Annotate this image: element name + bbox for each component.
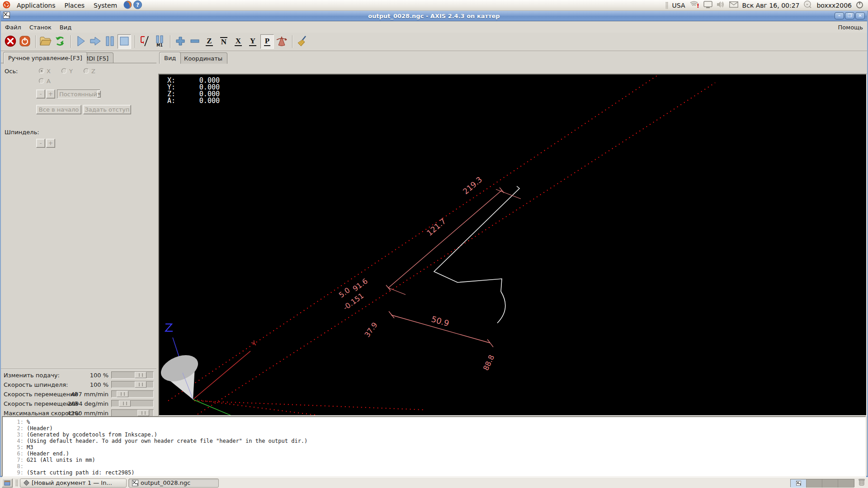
slider[interactable] xyxy=(111,409,154,417)
close-button[interactable]: ✕ xyxy=(855,12,865,19)
distro-logo-icon[interactable] xyxy=(3,1,10,10)
gl-canvas[interactable]: X:0.000 Y:0.000 Z:0.000 A:0.000 Y xyxy=(158,74,867,416)
rotate-button[interactable] xyxy=(275,34,288,49)
slider[interactable] xyxy=(111,390,154,398)
rotate-icon xyxy=(276,35,288,48)
pause-button[interactable] xyxy=(103,34,117,49)
slider-thumb[interactable] xyxy=(135,372,146,378)
task-axis[interactable]: output_0028.ngc xyxy=(128,479,219,488)
gcode-line[interactable]: 3:(Generated by gcodetools from Inkscape… xyxy=(3,432,865,438)
workspace-axis-icon xyxy=(796,481,801,486)
help-launcher-icon[interactable]: ? xyxy=(133,0,142,10)
workspace-3[interactable] xyxy=(822,479,838,488)
workspace-1[interactable] xyxy=(791,479,807,488)
view-z-button[interactable]: Z xyxy=(203,34,216,49)
preview-area: X:0.000 Y:0.000 Z:0.000 A:0.000 Y xyxy=(158,63,867,416)
task-inkscape[interactable]: [Новый документ 1 — In... xyxy=(20,479,127,488)
clock[interactable]: Вск Авг 16, 00:27 xyxy=(742,2,800,9)
step-button[interactable] xyxy=(89,34,102,49)
clear-plot-button[interactable] xyxy=(296,34,309,49)
radio-axis-z[interactable] xyxy=(84,68,89,75)
places-menu[interactable]: Places xyxy=(60,0,90,11)
view-y-button[interactable]: Y xyxy=(246,34,259,49)
tab-view[interactable]: Вид xyxy=(159,52,181,64)
y-axis-label: Y xyxy=(250,339,259,348)
slider-thumb[interactable] xyxy=(135,381,146,388)
applications-menu[interactable]: Applications xyxy=(12,0,60,11)
stop-icon xyxy=(119,36,129,47)
workspace-2[interactable] xyxy=(807,479,822,488)
touch-off-button[interactable]: Задать отступ xyxy=(83,105,131,114)
slider[interactable] xyxy=(111,371,154,379)
home-all-button[interactable]: Все в начало xyxy=(36,105,81,114)
tab-manual-control[interactable]: Ручное управление-[F3] xyxy=(3,52,87,64)
zoom-out-button[interactable] xyxy=(188,34,202,49)
radio-axis-y[interactable] xyxy=(61,68,67,75)
workspace-4[interactable] xyxy=(838,479,854,488)
jog-mode-dropdown[interactable]: Постоянный ▼ xyxy=(57,89,100,99)
jog-speed-value: 407 mm/min xyxy=(71,391,108,398)
username[interactable]: boxxx2006 xyxy=(816,2,852,9)
angular-jog-speed-row: Скорость перемещений 2094 deg/min xyxy=(1,399,156,408)
run-button[interactable] xyxy=(74,34,88,49)
mail-icon[interactable] xyxy=(729,1,738,9)
machine-power-button[interactable] xyxy=(18,34,32,49)
network-warning-icon[interactable]: ! xyxy=(689,0,699,10)
taskbar-drag-handle[interactable] xyxy=(15,479,18,487)
reload-button[interactable] xyxy=(53,34,67,49)
minimize-button[interactable]: – xyxy=(835,12,844,19)
slider-thumb[interactable] xyxy=(119,400,131,407)
stop-button[interactable] xyxy=(118,34,131,49)
window-titlebar[interactable]: output_0028.ngc - AXIS 2.4.3 on каттер –… xyxy=(1,11,867,21)
gcode-line[interactable]: 6:(Header end.) xyxy=(3,450,865,457)
view-z2-button[interactable]: N xyxy=(217,34,231,49)
open-file-button[interactable] xyxy=(39,34,52,49)
radio-y-label: Y xyxy=(69,68,73,75)
spindle-plus-button[interactable]: + xyxy=(46,139,55,148)
system-menu[interactable]: System xyxy=(89,0,122,11)
gcode-line[interactable]: 9:(Start cutting path id: rect2985) xyxy=(3,469,865,476)
gcode-line[interactable]: 7:G21 (All units in mm) xyxy=(3,457,865,463)
slider[interactable] xyxy=(111,381,154,388)
optional-stop-button[interactable]: M1 xyxy=(153,34,166,49)
volume-icon[interactable] xyxy=(717,1,725,9)
gcode-line[interactable]: 4:(Using default header. To add your own… xyxy=(3,438,865,444)
gcode-line[interactable]: 5:M3 xyxy=(3,444,865,450)
menu-view[interactable]: Вид xyxy=(56,24,75,31)
slider-thumb[interactable] xyxy=(137,410,149,416)
radio-axis-x[interactable] xyxy=(39,68,44,75)
maximize-button[interactable]: ❐ xyxy=(845,12,854,19)
gcode-line[interactable]: 1:% xyxy=(3,419,865,425)
menu-help[interactable]: Помощь xyxy=(834,24,867,31)
keyboard-layout-indicator[interactable]: USA xyxy=(672,2,685,9)
jog-minus-button[interactable]: - xyxy=(36,89,45,99)
view-p-button[interactable]: P xyxy=(260,34,274,49)
power-icon[interactable] xyxy=(856,1,863,10)
bottom-taskbar: [Новый документ 1 — In... output_0028.ng… xyxy=(0,477,868,488)
emergency-stop-button[interactable] xyxy=(4,34,17,49)
view-x-button[interactable]: X xyxy=(231,34,245,49)
spindle-minus-button[interactable]: - xyxy=(36,139,45,148)
broom-icon xyxy=(297,35,308,48)
gcode-listing[interactable]: 1:% 2:(Header) 3:(Generated by gcodetool… xyxy=(2,416,866,477)
skip-lines-button[interactable] xyxy=(138,34,152,49)
show-desktop-button[interactable] xyxy=(2,479,13,488)
trash-icon[interactable] xyxy=(858,478,865,488)
gcode-line[interactable]: 8: xyxy=(3,463,865,469)
tab-coordinates[interactable]: Координаты xyxy=(179,52,227,64)
radio-axis-a[interactable] xyxy=(39,78,44,85)
user-switcher-icon[interactable] xyxy=(803,0,812,10)
jog-plus-button[interactable]: + xyxy=(46,89,55,99)
menu-machine[interactable]: Станок xyxy=(25,24,56,31)
tray-drag-handle[interactable] xyxy=(665,2,668,9)
gcode-line[interactable]: 2:(Header) xyxy=(3,425,865,432)
display-icon[interactable] xyxy=(703,1,712,10)
optional-stop-icon: M1 xyxy=(155,35,164,48)
menu-file[interactable]: Файл xyxy=(1,24,25,31)
max-velocity-value: 4200 mm/min xyxy=(67,410,108,417)
slider[interactable] xyxy=(111,400,154,407)
slider-thumb[interactable] xyxy=(117,391,128,397)
zoom-out-icon xyxy=(189,36,200,48)
zoom-in-button[interactable] xyxy=(174,34,187,49)
firefox-launcher-icon[interactable] xyxy=(123,0,132,10)
